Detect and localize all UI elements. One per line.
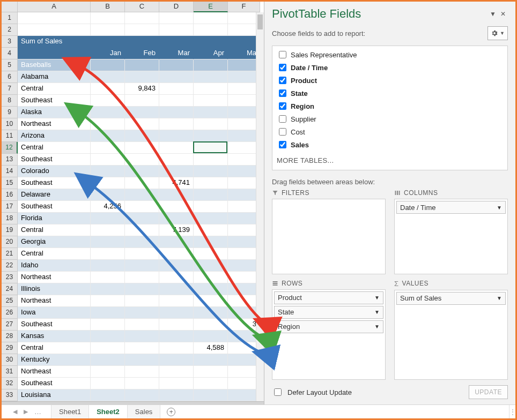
- grid-row[interactable]: 29Central4,588: [2, 342, 264, 354]
- cell-B32[interactable]: [91, 378, 125, 389]
- cell-F4[interactable]: Ma: [228, 48, 260, 59]
- cell-F15[interactable]: [228, 177, 260, 189]
- cell-D31[interactable]: [159, 366, 194, 378]
- cell-F21[interactable]: [228, 248, 260, 260]
- grid-row[interactable]: 13Southeast: [2, 154, 264, 166]
- field-row[interactable]: Region: [277, 100, 503, 112]
- row-header[interactable]: 2: [2, 24, 18, 36]
- cell-B17[interactable]: 4,256: [91, 201, 125, 213]
- cell-B6[interactable]: [91, 71, 125, 83]
- cell-B8[interactable]: [91, 95, 125, 107]
- tab-nav-next[interactable]: ▶: [22, 408, 29, 415]
- cell-E10[interactable]: [194, 118, 228, 130]
- cell-A15[interactable]: Southeast: [18, 177, 91, 189]
- cell-E16[interactable]: [194, 189, 228, 201]
- cell-B20[interactable]: [91, 236, 125, 248]
- cell-B18[interactable]: [91, 213, 125, 224]
- more-tables-link[interactable]: MORE TABLES...: [277, 156, 503, 164]
- cell-C10[interactable]: [125, 118, 159, 130]
- cell-A33[interactable]: Louisiana: [18, 389, 91, 401]
- grid-row[interactable]: 32Southeast: [2, 378, 264, 389]
- row-header[interactable]: 4: [2, 48, 18, 59]
- row-header[interactable]: 32: [2, 378, 18, 389]
- cell-D23[interactable]: [159, 272, 194, 283]
- scrollbar-thumb[interactable]: [257, 14, 263, 29]
- row-header[interactable]: 14: [2, 166, 18, 177]
- cell-F9[interactable]: [228, 107, 260, 118]
- grid-row[interactable]: 33Louisiana: [2, 389, 264, 401]
- cell-A29[interactable]: Central: [18, 342, 91, 354]
- pane-menu-button[interactable]: ▼: [488, 10, 498, 18]
- row-header[interactable]: 15: [2, 177, 18, 189]
- cell-C4[interactable]: Feb: [125, 48, 159, 59]
- cell-F29[interactable]: [228, 342, 260, 354]
- cell-C24[interactable]: [125, 283, 159, 295]
- cell-A10[interactable]: Northeast: [18, 118, 91, 130]
- cell-A3[interactable]: Sum of Sales: [18, 36, 91, 48]
- cell-D15[interactable]: 4,741: [159, 177, 194, 189]
- cell-B4[interactable]: Jan: [91, 48, 125, 59]
- cell-B21[interactable]: [91, 248, 125, 260]
- cell-C28[interactable]: [125, 331, 159, 342]
- cell-E13[interactable]: [194, 154, 228, 166]
- cell-E19[interactable]: [194, 224, 228, 236]
- cell-E17[interactable]: [194, 201, 228, 213]
- grid-row[interactable]: 31Northeast: [2, 366, 264, 378]
- cell-D26[interactable]: [159, 307, 194, 319]
- cell-A27[interactable]: Southeast: [18, 319, 91, 331]
- row-header[interactable]: 33: [2, 389, 18, 401]
- cell-E24[interactable]: [194, 283, 228, 295]
- cell-E28[interactable]: [194, 331, 228, 342]
- grid-row[interactable]: 19Central7,139: [2, 224, 264, 236]
- cell-E27[interactable]: [194, 319, 228, 331]
- cell-E5[interactable]: [194, 59, 228, 71]
- cell-C25[interactable]: [125, 295, 159, 307]
- field-row[interactable]: Date / Time: [277, 61, 503, 74]
- grid-row[interactable]: 20Georgia: [2, 236, 264, 248]
- cell-A16[interactable]: Delaware: [18, 189, 91, 201]
- row-header[interactable]: 9: [2, 107, 18, 118]
- grid-row[interactable]: 10Northeast: [2, 118, 264, 130]
- pane-layout-button[interactable]: ▼: [488, 26, 508, 40]
- col-header-E[interactable]: E: [194, 2, 228, 12]
- grid-row[interactable]: 18Florida: [2, 213, 264, 224]
- defer-layout-checkbox[interactable]: [274, 388, 282, 396]
- field-checkbox[interactable]: [279, 115, 286, 123]
- col-header-F[interactable]: F: [228, 2, 260, 12]
- cell-E2[interactable]: [194, 24, 228, 36]
- tab-nav-more[interactable]: …: [33, 408, 41, 416]
- cell-F23[interactable]: [228, 272, 260, 283]
- grid-row[interactable]: 30Kentucky: [2, 354, 264, 366]
- cell-C3[interactable]: [125, 36, 159, 48]
- grid-row[interactable]: 5Baseballs: [2, 59, 264, 71]
- row-header[interactable]: 7: [2, 83, 18, 95]
- row-header[interactable]: 26: [2, 307, 18, 319]
- rows-dropzone[interactable]: Product▼State▼Region▼: [272, 289, 386, 380]
- cell-D22[interactable]: [159, 260, 194, 272]
- grid-row[interactable]: 6Alabama: [2, 71, 264, 83]
- cell-D17[interactable]: [159, 201, 194, 213]
- tab-strip-grip[interactable]: ⋮: [509, 405, 515, 418]
- cell-D1[interactable]: [159, 12, 194, 24]
- grid-row[interactable]: 3Sum of Sales: [2, 36, 264, 48]
- cell-A17[interactable]: Southeast: [18, 201, 91, 213]
- cell-C16[interactable]: [125, 189, 159, 201]
- field-checkbox[interactable]: [279, 89, 286, 97]
- cell-C2[interactable]: [125, 24, 159, 36]
- cell-C7[interactable]: 9,843: [125, 83, 159, 95]
- cell-C13[interactable]: [125, 154, 159, 166]
- cell-A31[interactable]: Northeast: [18, 366, 91, 378]
- cell-B27[interactable]: [91, 319, 125, 331]
- cell-C26[interactable]: [125, 307, 159, 319]
- cell-E32[interactable]: [194, 378, 228, 389]
- cell-A21[interactable]: Central: [18, 248, 91, 260]
- cell-F17[interactable]: [228, 201, 260, 213]
- cell-F30[interactable]: [228, 354, 260, 366]
- grid-row[interactable]: 16Delaware: [2, 189, 264, 201]
- cell-F25[interactable]: [228, 295, 260, 307]
- new-sheet-button[interactable]: +: [160, 405, 182, 418]
- cell-C11[interactable]: [125, 130, 159, 142]
- cell-A5[interactable]: Baseballs: [18, 59, 91, 71]
- cell-F26[interactable]: [228, 307, 260, 319]
- cell-A1[interactable]: [18, 12, 91, 24]
